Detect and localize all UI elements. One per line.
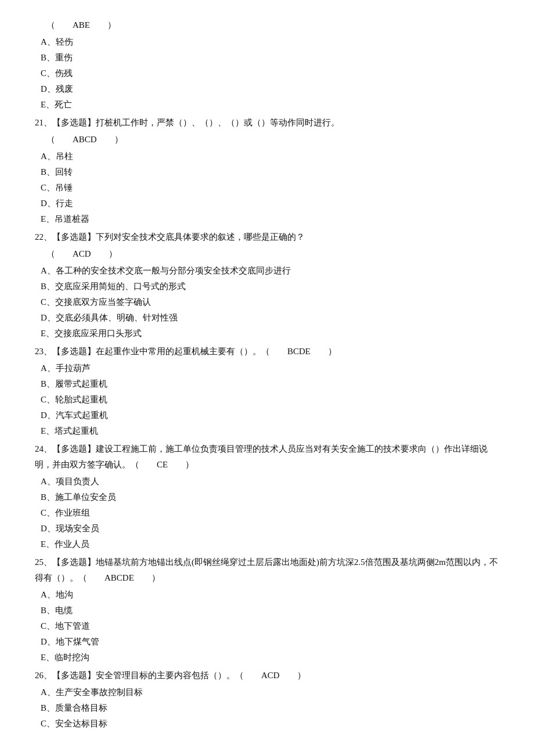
q21-option-d: D、行走: [41, 196, 499, 211]
q25-title: 25、【多选题】地锚基坑前方地锚出线点(即钢丝绳穿过土层后露出地面处)前方坑深2…: [35, 555, 499, 586]
q26-title: 26、【多选题】安全管理目标的主要内容包括（）。（ ACD ）: [35, 668, 499, 683]
q26-options: A、生产安全事故控制目标 B、质量合格目标 C、安全达标目标: [35, 685, 499, 732]
prev-option-e: E、死亡: [41, 97, 499, 113]
q26-tag: 【多选题】: [52, 671, 96, 680]
q22-option-d: D、交底必须具体、明确、针对性强: [41, 310, 499, 326]
q23-text: 在起重作业中常用的起重机械主要有（）。（ BCDE ）: [96, 347, 337, 356]
q25-text: 地锚基坑前方地锚出线点(即钢丝绳穿过土层后露出地面处)前方坑深2.5倍范围及基坑…: [35, 557, 498, 582]
q25-option-e: E、临时挖沟: [41, 650, 499, 665]
q25-options: A、地沟 B、电缆 C、地下管道 D、地下煤气管 E、临时挖沟: [35, 587, 499, 665]
question-21: 21、【多选题】打桩机工作时，严禁（）、（）、（）或（）等动作同时进行。 （ A…: [35, 115, 499, 227]
q26-option-a: A、生产安全事故控制目标: [41, 685, 499, 700]
q24-option-b: B、施工单位安全员: [41, 489, 499, 505]
prev-answer-bracket: （ ABE ）: [46, 20, 116, 30]
prev-option-b: B、重伤: [41, 50, 499, 66]
q22-tag: 【多选题】: [52, 232, 96, 242]
prev-options-block: A、轻伤 B、重伤 C、伤残 D、残废 E、死亡: [35, 34, 499, 113]
q24-title: 24、【多选题】建设工程施工前，施工单位负责项目管理的技术人员应当对有关安全施工…: [35, 441, 499, 473]
q25-option-d: D、地下煤气管: [41, 634, 499, 650]
question-26: 26、【多选题】安全管理目标的主要内容包括（）。（ ACD ） A、生产安全事故…: [35, 668, 499, 732]
q23-option-e: E、塔式起重机: [41, 423, 499, 439]
q23-title: 23、【多选题】在起重作业中常用的起重机械主要有（）。（ BCDE ）: [35, 344, 499, 359]
q26-number: 26: [35, 671, 44, 680]
q23-option-b: B、履带式起重机: [41, 376, 499, 392]
q21-options: A、吊柱 B、回转 C、吊锤 D、行走 E、吊道桩器: [35, 149, 499, 227]
q24-option-a: A、项目负责人: [41, 474, 499, 489]
q26-text: 安全管理目标的主要内容包括（）。（ ACD ）: [96, 671, 306, 680]
q21-tag: 【多选题】: [52, 118, 96, 127]
q21-title: 21、【多选题】打桩机工作时，严禁（）、（）、（）或（）等动作同时进行。: [35, 115, 499, 131]
q23-tag: 【多选题】: [52, 347, 96, 356]
q24-options: A、项目负责人 B、施工单位安全员 C、作业班组 D、现场安全员 E、作业人员: [35, 474, 499, 552]
q26-option-c: C、安全达标目标: [41, 716, 499, 732]
q22-option-a: A、各工种的安全技术交底一般与分部分项安全技术交底同步进行: [41, 263, 499, 279]
q22-option-e: E、交接底应采用口头形式: [41, 326, 499, 341]
q22-text: 下列对安全技术交底具体要求的叙述，哪些是正确的？: [96, 232, 305, 242]
question-23: 23、【多选题】在起重作业中常用的起重机械主要有（）。（ BCDE ） A、手拉…: [35, 344, 499, 439]
q21-option-c: C、吊锤: [41, 180, 499, 196]
prev-option-d: D、残废: [41, 81, 499, 97]
q22-option-b: B、交底应采用简短的、口号式的形式: [41, 279, 499, 294]
q22-number: 22: [35, 232, 44, 242]
q24-option-d: D、现场安全员: [41, 521, 499, 537]
q21-option-e: E、吊道桩器: [41, 211, 499, 227]
q23-number: 23: [35, 347, 44, 356]
q24-tag: 【多选题】: [52, 444, 96, 453]
q25-option-b: B、电缆: [41, 603, 499, 618]
q22-option-c: C、交接底双方应当签字确认: [41, 294, 499, 310]
q25-number: 25: [35, 557, 44, 567]
q21-answer: （ ABCD ）: [46, 132, 499, 147]
q23-option-c: C、轮胎式起重机: [41, 392, 499, 408]
q24-text: 建设工程施工前，施工单位负责项目管理的技术人员应当对有关安全施工的技术要求向（）…: [35, 444, 488, 469]
q23-option-a: A、手拉葫芦: [41, 361, 499, 376]
q22-options: A、各工种的安全技术交底一般与分部分项安全技术交底同步进行 B、交底应采用简短的…: [35, 263, 499, 341]
question-24: 24、【多选题】建设工程施工前，施工单位负责项目管理的技术人员应当对有关安全施工…: [35, 441, 499, 552]
q24-number: 24: [35, 444, 44, 453]
q25-option-c: C、地下管道: [41, 618, 499, 634]
q25-option-a: A、地沟: [41, 587, 499, 603]
q23-option-d: D、汽车式起重机: [41, 408, 499, 423]
q23-options: A、手拉葫芦 B、履带式起重机 C、轮胎式起重机 D、汽车式起重机 E、塔式起重…: [35, 361, 499, 439]
q24-option-e: E、作业人员: [41, 537, 499, 552]
question-25: 25、【多选题】地锚基坑前方地锚出线点(即钢丝绳穿过土层后露出地面处)前方坑深2…: [35, 555, 499, 665]
page-content: （ ABE ） A、轻伤 B、重伤 C、伤残 D、残废 E、死亡 21、【多选题…: [35, 17, 499, 732]
q21-option-b: B、回转: [41, 164, 499, 180]
q21-number: 21: [35, 118, 44, 127]
q22-title: 22、【多选题】下列对安全技术交底具体要求的叙述，哪些是正确的？: [35, 229, 499, 245]
prev-option-a: A、轻伤: [41, 34, 499, 50]
q21-option-a: A、吊柱: [41, 149, 499, 164]
question-22: 22、【多选题】下列对安全技术交底具体要求的叙述，哪些是正确的？ （ ACD ）…: [35, 229, 499, 341]
q25-tag: 【多选题】: [52, 557, 96, 567]
q22-answer: （ ACD ）: [46, 246, 499, 262]
prev-answer-line: （ ABE ）: [46, 17, 499, 33]
q21-text: 打桩机工作时，严禁（）、（）、（）或（）等动作同时进行。: [96, 118, 340, 127]
q26-option-b: B、质量合格目标: [41, 700, 499, 716]
q24-option-c: C、作业班组: [41, 505, 499, 521]
prev-option-c: C、伤残: [41, 66, 499, 81]
